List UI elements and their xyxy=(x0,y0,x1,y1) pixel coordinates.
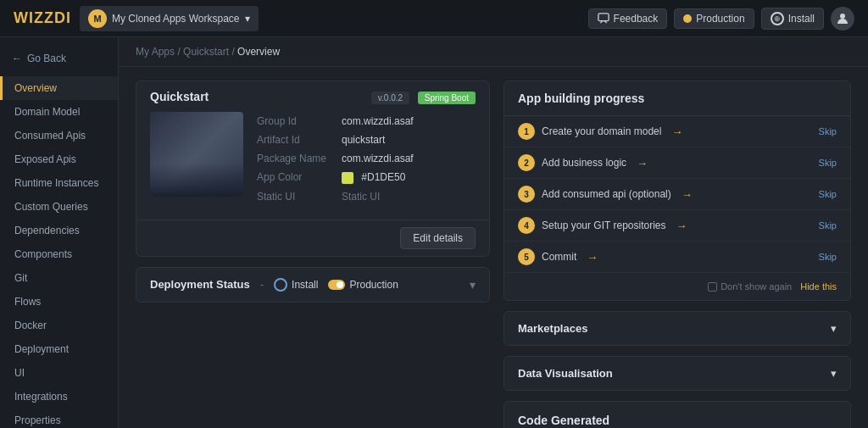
marketplaces-header[interactable]: Marketplaces ▾ xyxy=(504,312,850,345)
breadcrumb-quickstart[interactable]: Quickstart xyxy=(183,46,229,58)
code-generated-title: Code Generated xyxy=(518,414,837,427)
navbar: WIZZDI M My Cloned Apps Workspace ▾ Feed… xyxy=(0,0,868,37)
progress-step-5: 5 Commit → Skip xyxy=(504,242,850,273)
dont-show-checkbox[interactable] xyxy=(708,282,717,292)
user-menu[interactable] xyxy=(831,7,854,31)
progress-steps: 1 Create your domain model → Skip 2 Add … xyxy=(504,116,850,273)
sidebar-item-git[interactable]: Git xyxy=(0,266,118,290)
package-name-value: com.wizzdi.asaf xyxy=(342,153,414,164)
details-table: Group Id com.wizzdi.asaf Artifact Id qui… xyxy=(257,112,476,206)
group-id-row: Group Id com.wizzdi.asaf xyxy=(257,112,476,131)
sidebar-item-consumed-apis[interactable]: Consumed Apis xyxy=(0,124,118,147)
data-visualisation-title: Data Visualisation xyxy=(518,367,613,380)
progress-step-left: 3 Add consumed api (optional) → xyxy=(518,186,693,203)
step-number: 3 xyxy=(518,186,535,203)
sidebar-item-components[interactable]: Components xyxy=(0,242,118,266)
deployment-status-card: Deployment Status - Install Production ▾ xyxy=(136,267,490,303)
quickstart-body: Group Id com.wizzdi.asaf Artifact Id qui… xyxy=(136,112,489,216)
progress-step-3: 3 Add consumed api (optional) → Skip xyxy=(504,179,850,210)
step-text: Setup your GIT repositories xyxy=(542,220,666,231)
dont-show-again: Don't show again xyxy=(708,281,792,292)
step-arrow-icon[interactable]: → xyxy=(587,251,598,264)
feedback-label: Feedback xyxy=(614,13,659,25)
layout: ← Go Back OverviewDomain ModelConsumed A… xyxy=(0,37,868,428)
deploy-production: Production xyxy=(328,279,398,291)
step-arrow-icon[interactable]: → xyxy=(682,188,693,201)
data-visualisation-header[interactable]: Data Visualisation ▾ xyxy=(504,357,850,390)
artifact-id-value: quickstart xyxy=(342,134,385,146)
navbar-left: WIZZDI M My Cloned Apps Workspace ▾ xyxy=(14,6,259,31)
deployment-chevron-icon[interactable]: ▾ xyxy=(470,278,476,292)
progress-step-left: 1 Create your domain model → xyxy=(518,123,682,140)
workspace-selector[interactable]: M My Cloned Apps Workspace ▾ xyxy=(80,6,259,31)
skip-link[interactable]: Skip xyxy=(819,252,837,262)
production-dot xyxy=(683,14,692,23)
sidebar-item-exposed-apis[interactable]: Exposed Apis xyxy=(0,147,118,171)
app-image-inner xyxy=(150,112,243,197)
install-icon: ⊕ xyxy=(771,12,784,25)
progress-title: App building progress xyxy=(504,81,850,116)
workspace-chevron: ▾ xyxy=(245,13,250,25)
step-number: 2 xyxy=(518,154,535,171)
app-image xyxy=(150,112,243,197)
production-button[interactable]: Production xyxy=(674,8,754,29)
app-color-label: App Color xyxy=(257,171,342,183)
skip-link[interactable]: Skip xyxy=(819,220,837,231)
sidebar-item-domain-model[interactable]: Domain Model xyxy=(0,100,118,124)
production-toggle-icon xyxy=(328,280,345,290)
dont-show-label: Don't show again xyxy=(721,281,792,292)
feedback-icon xyxy=(598,13,609,25)
spring-boot-badge: Spring Boot xyxy=(418,92,476,104)
static-ui-row: Static UI Static UI xyxy=(257,187,476,206)
data-visualisation-card: Data Visualisation ▾ xyxy=(504,356,851,391)
app-color-row: App Color #D1DE50 xyxy=(257,168,476,187)
content-area: Quickstart v.0.0.2 Spring Boot Group Id xyxy=(119,67,868,428)
sidebar-item-flows[interactable]: Flows xyxy=(0,290,118,314)
step-number: 1 xyxy=(518,123,535,140)
skip-link[interactable]: Skip xyxy=(819,126,837,136)
breadcrumb-my-apps[interactable]: My Apps xyxy=(136,46,175,58)
deploy-production-label: Production xyxy=(349,279,398,291)
marketplaces-title: Marketplaces xyxy=(518,322,587,335)
feedback-button[interactable]: Feedback xyxy=(588,8,668,29)
sidebar-item-overview[interactable]: Overview xyxy=(0,76,118,100)
sidebar-item-ui[interactable]: UI xyxy=(0,361,118,385)
hide-this-link[interactable]: Hide this xyxy=(800,281,837,292)
step-arrow-icon[interactable]: → xyxy=(676,220,687,232)
skip-link[interactable]: Skip xyxy=(819,158,837,168)
edit-details-button[interactable]: Edit details xyxy=(400,227,476,249)
right-column: App building progress 1 Create your doma… xyxy=(504,81,851,428)
code-generated-card: Code Generated ClassesLines of codeFiles… xyxy=(504,401,851,428)
svg-rect-0 xyxy=(598,13,608,20)
deploy-install: Install xyxy=(274,278,318,292)
app-building-progress-card: App building progress 1 Create your doma… xyxy=(504,81,851,301)
progress-step-left: 4 Setup your GIT repositories → xyxy=(518,217,687,234)
step-arrow-icon[interactable]: → xyxy=(671,125,682,138)
navbar-right: Feedback Production ⊕ Install xyxy=(588,7,854,31)
package-name-row: Package Name com.wizzdi.asaf xyxy=(257,149,476,168)
go-back-button[interactable]: ← Go Back xyxy=(0,47,118,69)
logo: WIZZDI xyxy=(14,9,71,27)
go-back-label: Go Back xyxy=(27,53,66,64)
sidebar-item-dependencies[interactable]: Dependencies xyxy=(0,219,118,242)
step-text: Add business logic xyxy=(542,157,626,169)
sidebar-item-custom-queries[interactable]: Custom Queries xyxy=(0,195,118,219)
step-number: 5 xyxy=(518,248,535,265)
skip-link[interactable]: Skip xyxy=(819,189,837,199)
sidebar-item-integrations[interactable]: Integrations xyxy=(0,385,118,409)
install-button[interactable]: ⊕ Install xyxy=(761,8,824,30)
sidebar-item-docker[interactable]: Docker xyxy=(0,314,118,337)
step-arrow-icon[interactable]: → xyxy=(637,157,648,170)
marketplaces-card: Marketplaces ▾ xyxy=(504,311,851,346)
workspace-label: My Cloned Apps Workspace xyxy=(112,13,240,25)
sidebar-item-properties[interactable]: Properties xyxy=(0,409,118,428)
back-arrow-icon: ← xyxy=(12,53,22,64)
step-number: 4 xyxy=(518,217,535,234)
progress-step-4: 4 Setup your GIT repositories → Skip xyxy=(504,210,850,242)
user-icon xyxy=(836,12,849,25)
sidebar-item-deployment[interactable]: Deployment xyxy=(0,337,118,361)
install-label: Install xyxy=(788,13,815,25)
progress-step-1: 1 Create your domain model → Skip xyxy=(504,116,850,147)
install-ring-icon xyxy=(274,278,287,292)
sidebar-item-runtime-instances[interactable]: Runtime Instances xyxy=(0,171,118,195)
